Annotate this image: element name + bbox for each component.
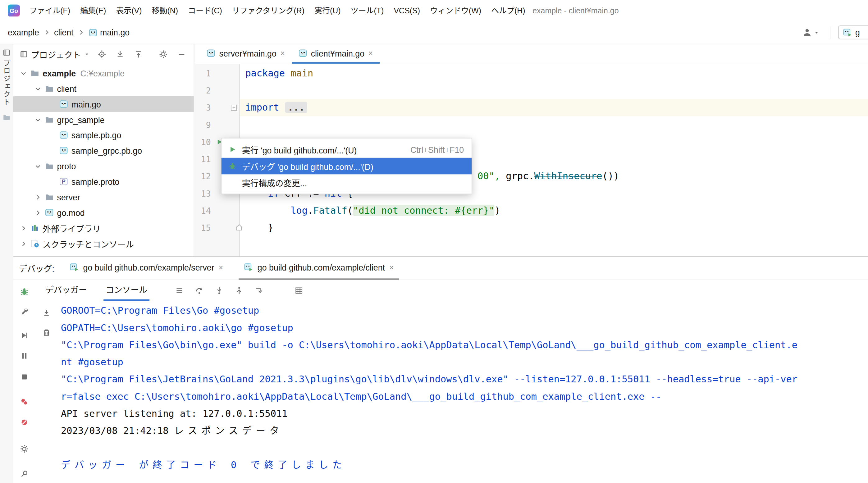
project-view-selector[interactable]: プロジェクト [20, 49, 90, 60]
chevron-down-icon[interactable] [33, 162, 42, 170]
view-breakpoints-button[interactable] [17, 394, 31, 409]
folder-stripe-icon[interactable] [2, 114, 10, 121]
tree-item-go-mod[interactable]: go.mod [13, 205, 194, 220]
project-panel-header: プロジェクト [13, 44, 194, 64]
menu-window[interactable]: ウィンドウ(W) [425, 0, 486, 21]
menu-edit[interactable]: 編集(E) [75, 0, 111, 21]
chevron-down-icon[interactable] [33, 85, 42, 92]
clear-console-button[interactable] [39, 325, 54, 340]
go-file-icon [59, 131, 69, 140]
layout-menu-button[interactable] [172, 283, 187, 297]
fold-expand-icon[interactable] [230, 104, 237, 111]
chevron-down-icon[interactable] [19, 70, 28, 77]
evaluate-table-button[interactable] [291, 283, 307, 297]
go-file-icon [89, 28, 98, 37]
step-out-button[interactable] [231, 283, 247, 297]
folded-region[interactable]: ... [285, 102, 308, 113]
close-tab-icon[interactable]: × [368, 50, 373, 57]
menu-help[interactable]: ヘルプ(H) [486, 0, 530, 21]
step-over-button[interactable] [192, 283, 207, 297]
editor-tabs: server¥main.go × client¥main.go × [194, 44, 868, 64]
pause-button[interactable] [17, 349, 31, 363]
debug-bug-icon[interactable] [17, 285, 31, 299]
chevron-down-icon[interactable] [33, 116, 42, 123]
editor-tab-client-main-go[interactable]: client¥main.go × [291, 44, 379, 64]
hide-panel-button[interactable] [175, 47, 188, 61]
tab-debugger[interactable]: デバッガー [43, 280, 89, 301]
tree-item-scratches-and-consoles[interactable]: スクラッチとコンソール [13, 236, 194, 251]
breadcrumb-client[interactable]: client [54, 28, 73, 37]
person-icon [802, 27, 812, 37]
tree-item-server[interactable]: server [13, 189, 194, 205]
menu-view[interactable]: 表示(V) [111, 0, 147, 21]
close-session-icon[interactable]: × [219, 263, 223, 271]
menu-tools[interactable]: ツール(T) [346, 0, 389, 21]
menu-navigate[interactable]: 移動(N) [147, 0, 183, 21]
resume-button[interactable] [17, 328, 31, 343]
code-line: log.Fatalf("did not connect: #{err}") [240, 202, 868, 219]
menu-vcs[interactable]: VCS(S) [389, 0, 425, 21]
fold-end-icon[interactable] [235, 224, 243, 231]
tree-item-example[interactable]: example C:¥example [13, 65, 194, 81]
debug-tool-window: デバッグ: go build github.com/example/server… [13, 256, 868, 483]
tree-item-main-go[interactable]: main.go [13, 96, 194, 112]
menu-file[interactable]: ファイル(F) [24, 0, 75, 21]
project-stripe-tab[interactable]: プロジェクト [1, 59, 12, 106]
close-session-icon[interactable]: × [389, 263, 394, 271]
chevron-right-icon[interactable] [19, 225, 28, 232]
settings-gear-button[interactable] [17, 442, 31, 456]
tree-item-client[interactable]: client [13, 81, 194, 96]
scratches-icon [30, 239, 40, 248]
menu-code[interactable]: コード(C) [183, 0, 227, 21]
scroll-to-end-button[interactable] [39, 305, 54, 320]
tree-item-annotation: C:¥example [80, 68, 125, 78]
debug-left-toolbar [13, 280, 35, 483]
editor-area: server¥main.go × client¥main.go × 1 2 [194, 44, 868, 256]
context-menu-run[interactable]: 実行 'go build github.com/...'(U) Ctrl+Shi… [221, 141, 472, 158]
chevron-right-icon[interactable] [33, 194, 42, 201]
chevron-down-icon [84, 52, 90, 57]
close-tab-icon[interactable]: × [280, 50, 285, 57]
editor-tab-server-main-go[interactable]: server¥main.go × [200, 44, 291, 64]
editor-body: 1 2 3 9 10 11 12 13 14 15 package [194, 64, 868, 256]
breadcrumb-main-go[interactable]: main.go [100, 28, 129, 37]
code-line: } [240, 219, 868, 236]
run-config-selector[interactable]: g [838, 26, 868, 39]
folder-icon [44, 115, 54, 124]
menu-refactor[interactable]: リファクタリング(R) [227, 0, 309, 21]
libraries-icon [30, 224, 40, 233]
settings-button[interactable] [157, 47, 170, 61]
mute-breakpoints-button[interactable] [17, 415, 31, 429]
console-output[interactable]: GOROOT=C:\Program Files\Go #gosetup GOPA… [58, 301, 868, 483]
console-line: 2023/03/08 21:42:18 レスポンスデータ [61, 422, 868, 440]
tree-item-sample-proto[interactable]: sample.proto [13, 174, 194, 190]
chevron-right-icon[interactable] [19, 240, 28, 247]
session-tab-client[interactable]: go build github.com/example/client × [239, 257, 399, 280]
console-line: "C:\Program Files\Go\bin\go.exe" build -… [61, 336, 868, 353]
context-menu-debug[interactable]: デバッグ 'go build github.com/...'(D) [221, 158, 472, 174]
collapse-all-button[interactable] [132, 47, 145, 61]
tab-console[interactable]: コンソール [103, 280, 149, 301]
breadcrumb-example[interactable]: example [8, 28, 39, 37]
users-button[interactable] [801, 26, 821, 39]
menu-run[interactable]: 実行(U) [309, 0, 346, 21]
run-to-cursor-button[interactable] [251, 283, 267, 297]
goland-logo-icon [8, 4, 20, 17]
console-left-toolbar [35, 301, 58, 483]
tree-item-sample-grpc-pb-go[interactable]: sample_grpc.pb.go [13, 143, 194, 158]
session-tab-server[interactable]: go build github.com/example/server × [64, 257, 229, 280]
chevron-right-icon[interactable] [33, 209, 42, 216]
left-tool-stripe: プロジェクト [0, 44, 13, 483]
tree-item-grpc-sample[interactable]: grpc_sample [13, 112, 194, 127]
tree-item-proto[interactable]: proto [13, 158, 194, 174]
context-menu-edit-configurations[interactable]: 実行構成の変更... [221, 174, 472, 191]
settings-wrench-icon[interactable] [17, 304, 31, 318]
step-into-button[interactable] [212, 283, 227, 297]
tree-item-external-libraries[interactable]: 外部ライブラリ [13, 220, 194, 236]
tree-item-sample-pb-go[interactable]: sample.pb.go [13, 127, 194, 143]
pin-tab-button[interactable] [17, 466, 31, 481]
locate-file-button[interactable] [95, 47, 108, 61]
stop-button[interactable] [17, 369, 31, 384]
project-tool-window-icon[interactable] [2, 49, 10, 57]
expand-all-button[interactable] [114, 47, 127, 61]
